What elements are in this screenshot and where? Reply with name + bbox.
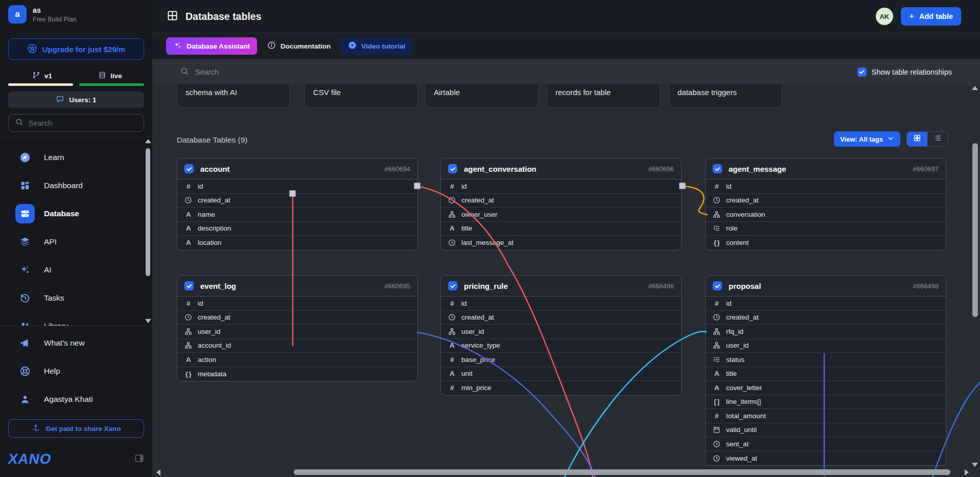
quick-card-csv-file[interactable]: CSV file (305, 84, 418, 108)
field-row-rfq-id[interactable]: rfq_id (706, 325, 946, 339)
upgrade-button[interactable]: Upgrade for just $29/m (8, 38, 144, 60)
table-checkbox[interactable] (713, 281, 722, 290)
field-row-content[interactable]: { }content (706, 236, 946, 250)
workspace-header[interactable]: a as Free Build Plan (8, 5, 76, 24)
sidebar-item-what-s-new[interactable]: What's new (0, 329, 152, 357)
scrollbar-thumb[interactable] (972, 143, 978, 317)
field-row-id[interactable]: #id (706, 179, 946, 194)
field-row-last-message-at[interactable]: last_message_at (441, 236, 681, 250)
field-row-service-type[interactable]: Aservice_type (441, 339, 681, 353)
table-checkbox[interactable] (184, 281, 194, 290)
field-row-location[interactable]: Alocation (177, 236, 417, 250)
field-row-created-at[interactable]: created_at (177, 311, 417, 325)
video-tutorial-button[interactable]: Video tutorial (341, 37, 412, 55)
table-search[interactable] (180, 66, 857, 78)
table-card-proposal[interactable]: proposal#668498#idcreated_atrfq_iduser_i… (705, 275, 946, 466)
field-row-created-at[interactable]: created_at (177, 194, 417, 208)
field-row-id[interactable]: #id (177, 297, 417, 311)
table-checkbox[interactable] (448, 164, 457, 173)
field-row-user-id[interactable]: user_id (441, 325, 681, 339)
scroll-up-arrow[interactable] (145, 139, 151, 143)
show-relationships-toggle[interactable]: Show table relationships (857, 67, 952, 77)
field-row-id[interactable]: #id (177, 179, 417, 194)
field-row-base-price[interactable]: #base_price (441, 353, 681, 367)
field-row-created-at[interactable]: created_at (706, 311, 946, 325)
quick-card-schema-with-ai[interactable]: schema with AI (177, 84, 290, 108)
sidebar-item-api[interactable]: API (0, 228, 152, 256)
scroll-down-arrow[interactable] (145, 319, 151, 323)
relation-handle[interactable] (414, 183, 421, 189)
scroll-left-arrow[interactable] (156, 469, 160, 475)
database-assistant-button[interactable]: Database Assistant (166, 37, 257, 55)
field-row-created-at[interactable]: created_at (441, 194, 681, 208)
table-checkbox[interactable] (713, 164, 722, 173)
table-card-pricing-rule[interactable]: pricing_rule#668496#idcreated_atuser_idA… (440, 275, 682, 396)
sidebar-item-library[interactable]: Library (0, 312, 152, 326)
field-row-status[interactable]: status (706, 353, 946, 367)
sidebar-item-dashboard[interactable]: Dashboard (0, 171, 152, 199)
tab-live[interactable]: live (76, 69, 144, 82)
field-row-action[interactable]: Aaction (177, 353, 417, 367)
field-row-description[interactable]: Adescription (177, 222, 417, 236)
list-view-button[interactable] (927, 132, 948, 146)
sidebar-item-learn[interactable]: Learn (0, 143, 152, 171)
table-search-input[interactable] (195, 68, 857, 76)
field-row-viewed-at[interactable]: viewed_at (706, 451, 946, 466)
scrollbar-thumb[interactable] (294, 469, 950, 475)
quick-card-database-triggers[interactable]: database triggers (669, 84, 782, 108)
referral-button[interactable]: Get paid to share Xano (8, 419, 144, 438)
field-row-id[interactable]: #id (441, 297, 681, 311)
horizontal-scrollbar[interactable] (152, 469, 980, 476)
field-row-user-id[interactable]: user_id (706, 339, 946, 353)
table-card-agent-message[interactable]: agent_message#660697#idcreated_atconvers… (705, 158, 946, 251)
sidebar-search[interactable] (8, 114, 144, 132)
field-row-name[interactable]: Aname (177, 208, 417, 222)
field-row-title[interactable]: Atitle (441, 222, 681, 236)
field-row-valid-until[interactable]: valid_until (706, 423, 946, 438)
field-row-unit[interactable]: Aunit (441, 367, 681, 381)
table-checkbox[interactable] (448, 281, 457, 290)
user-avatar[interactable]: AK (876, 8, 893, 25)
field-row-cover-letter[interactable]: Acover_letter (706, 381, 946, 395)
field-row-created-at[interactable]: created_at (441, 311, 681, 325)
scrollbar-thumb[interactable] (146, 148, 150, 276)
sidebar-search-input[interactable] (29, 119, 137, 127)
quick-card-airtable[interactable]: Airtable (425, 84, 539, 108)
sidebar-item-tasks[interactable]: Tasks (0, 284, 152, 312)
sidebar-scrollbar[interactable] (145, 139, 151, 323)
field-row-created-at[interactable]: created_at (706, 194, 946, 208)
scroll-up-arrow[interactable] (972, 86, 978, 90)
grid-view-button[interactable] (907, 132, 927, 146)
field-row-metadata[interactable]: { }metadata (177, 367, 417, 381)
table-checkbox[interactable] (184, 164, 194, 173)
field-row-user-id[interactable]: user_id (177, 325, 417, 339)
field-row-sent-at[interactable]: sent_at (706, 437, 946, 451)
scroll-right-arrow[interactable] (965, 469, 969, 475)
sidebar-item-agastya-khati[interactable]: Agastya Khati (0, 385, 152, 413)
users-pill[interactable]: Users: 1 (8, 92, 144, 108)
relation-handle[interactable] (679, 183, 686, 189)
sidebar-item-database[interactable]: Database (0, 199, 152, 228)
field-row-total-amount[interactable]: #total_amount (706, 409, 946, 423)
scroll-down-arrow[interactable] (972, 463, 978, 467)
field-row-role[interactable]: role (706, 222, 946, 236)
table-card-account[interactable]: account#660694#idcreated_atAnameAdescrip… (177, 158, 418, 251)
table-card-event-log[interactable]: event_log#660695#idcreated_atuser_idacco… (177, 275, 418, 381)
relation-handle[interactable] (289, 190, 296, 197)
field-row-conversation[interactable]: conversation (706, 208, 946, 222)
sidebar-item-ai[interactable]: AI (0, 256, 152, 284)
add-table-button[interactable]: + Add table (901, 7, 961, 26)
table-card-agent-conversation[interactable]: agent_conversation#660696#idcreated_atow… (440, 158, 682, 251)
field-row-account-id[interactable]: account_id (177, 339, 417, 353)
field-row-owner-user[interactable]: owner_user (441, 208, 681, 222)
quick-card-records-for-table[interactable]: records for table (547, 84, 660, 108)
field-row-id[interactable]: #id (441, 179, 681, 194)
field-row-id[interactable]: #id (706, 297, 946, 311)
tab-v1[interactable]: v1 (8, 69, 76, 82)
collapse-sidebar-icon[interactable] (134, 453, 144, 465)
field-row-line-items[interactable]: [ ]line_items[] (706, 395, 946, 410)
view-filter-button[interactable]: View: All tags (834, 131, 900, 147)
relationships-checkbox[interactable] (857, 67, 867, 77)
documentation-button[interactable]: Documentation (264, 37, 334, 55)
field-row-title[interactable]: Atitle (706, 367, 946, 381)
